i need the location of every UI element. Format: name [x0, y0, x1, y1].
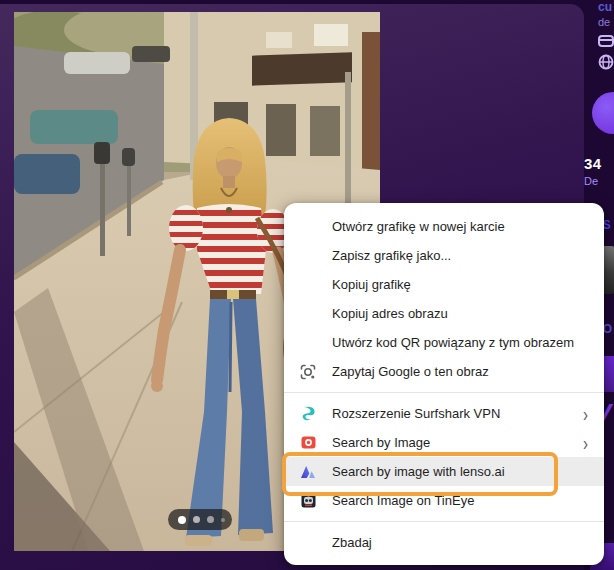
carousel-dot[interactable] — [193, 516, 200, 523]
icon-spacer — [300, 535, 316, 551]
google-lens-icon — [300, 364, 316, 380]
menu-separator — [284, 521, 604, 522]
menu-item-copy-image-address[interactable]: Kopiuj adres obrazu — [284, 299, 604, 328]
icon-spacer — [300, 335, 316, 351]
clipped-text: cu — [598, 0, 612, 14]
menu-item-label: Kopiuj grafikę — [332, 277, 588, 292]
menu-item-search-google-lens[interactable]: Zapytaj Google o ten obraz — [284, 357, 604, 386]
icon-spacer — [300, 277, 316, 293]
screenshot-root: cu de 34 De US CO V Otwórz grafikę w now… — [0, 0, 614, 570]
carousel-dots[interactable] — [168, 509, 232, 530]
menu-item-label: Search by Image — [332, 435, 583, 450]
menu-separator — [284, 392, 604, 393]
menu-item-label: Search by image with lenso.ai — [332, 464, 588, 479]
menu-item-label: Zbadaj — [332, 535, 588, 550]
primary-action-button[interactable] — [592, 92, 614, 134]
menu-item-label: Zapytaj Google o ten obraz — [332, 364, 588, 379]
carousel-dot[interactable] — [207, 516, 214, 523]
results-count-label: De — [584, 175, 598, 187]
icon-spacer — [300, 306, 316, 322]
menu-item-create-qr-code[interactable]: Utwórz kod QR powiązany z tym obrazem — [284, 328, 604, 357]
menu-item-label: Search Image on TinEye — [332, 493, 588, 508]
camera-icon — [300, 435, 316, 451]
menu-item-label: Otwórz grafikę w nowej karcie — [332, 219, 588, 234]
tineye-icon — [300, 493, 316, 509]
menu-item-label: Kopiuj adres obrazu — [332, 306, 588, 321]
menu-item-open-in-new-tab[interactable]: Otwórz grafikę w nowej karcie — [284, 212, 604, 241]
menu-item-search-by-image[interactable]: Search by Image › — [284, 428, 604, 457]
lenso-icon — [300, 464, 316, 480]
icon-spacer — [300, 248, 316, 264]
context-menu: Otwórz grafikę w nowej karcie Zapisz gra… — [284, 203, 604, 565]
surfshark-icon — [300, 406, 316, 422]
carousel-dot-active[interactable] — [178, 516, 186, 524]
menu-item-surfshark-vpn[interactable]: Rozszerzenie Surfshark VPN › — [284, 399, 604, 428]
clipped-text: de — [598, 16, 610, 28]
wallet-icon[interactable] — [598, 34, 614, 52]
menu-item-label: Zapisz grafikę jako... — [332, 248, 588, 263]
menu-item-save-image-as[interactable]: Zapisz grafikę jako... — [284, 241, 604, 270]
menu-item-label: Rozszerzenie Surfshark VPN — [332, 406, 583, 421]
submenu-chevron-icon: › — [583, 404, 588, 424]
carousel-dot[interactable] — [221, 518, 225, 522]
icon-spacer — [300, 219, 316, 235]
globe-icon[interactable] — [598, 54, 614, 74]
menu-item-label: Utwórz kod QR powiązany z tym obrazem — [332, 335, 588, 350]
menu-item-search-with-lenso[interactable]: Search by image with lenso.ai — [284, 457, 604, 486]
submenu-chevron-icon: › — [583, 433, 588, 453]
menu-item-inspect[interactable]: Zbadaj — [284, 528, 604, 557]
results-count: 34 — [584, 155, 602, 172]
menu-item-copy-image[interactable]: Kopiuj grafikę — [284, 270, 604, 299]
menu-item-search-tineye[interactable]: Search Image on TinEye — [284, 486, 604, 515]
